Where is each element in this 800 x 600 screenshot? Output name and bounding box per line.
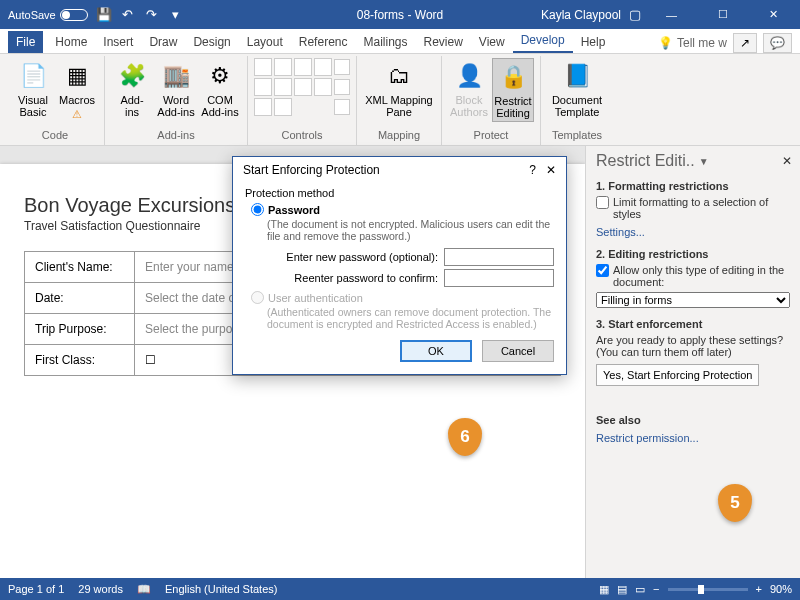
zoom-slider[interactable] — [668, 588, 748, 591]
qat-more-icon[interactable]: ▾ — [168, 7, 184, 23]
pane-title: Restrict Editi.. ▼ — [596, 152, 790, 170]
autosave-toggle[interactable]: AutoSave — [8, 9, 88, 21]
settings-link[interactable]: Settings... — [596, 226, 790, 238]
macros-button[interactable]: ▦Macros⚠ — [56, 58, 98, 123]
zoom-out-button[interactable]: − — [653, 583, 659, 595]
group-protect: 👤Block Authors 🔒Restrict Editing Protect — [442, 56, 541, 145]
tab-home[interactable]: Home — [47, 31, 95, 53]
document-template-button[interactable]: 📘Document Template — [547, 58, 607, 120]
word-addins-icon: 🏬 — [160, 60, 192, 92]
password-radio[interactable]: Password — [251, 203, 554, 216]
comments-button[interactable]: 💬 — [763, 33, 792, 53]
formatting-restrictions-heading: 1. Formatting restrictions — [596, 180, 790, 192]
ribbon-tabs: File Home Insert Draw Design Layout Refe… — [0, 29, 800, 54]
share-button[interactable]: ↗ — [733, 33, 757, 53]
limit-formatting-checkbox[interactable]: Limit formatting to a selection of style… — [596, 196, 790, 220]
group-controls: Controls — [248, 56, 357, 145]
editing-restrictions-heading: 2. Editing restrictions — [596, 248, 790, 260]
protection-method-label: Protection method — [245, 187, 554, 199]
read-mode-icon[interactable]: ▦ — [599, 583, 609, 596]
start-enforcement-heading: 3. Start enforcement — [596, 318, 790, 330]
com-addins-icon: ⚙ — [204, 60, 236, 92]
status-bar: Page 1 of 1 29 words 📖 English (United S… — [0, 578, 800, 600]
titlebar: AutoSave 💾 ↶ ↷ ▾ 08-forms - Word Kayla C… — [0, 0, 800, 29]
proofing-icon[interactable]: 📖 — [137, 583, 151, 596]
tab-mailings[interactable]: Mailings — [355, 31, 415, 53]
dialog-help-button[interactable]: ? — [529, 163, 536, 177]
word-addins-button[interactable]: 🏬Word Add-ins — [155, 58, 197, 120]
window-title: 08-forms - Word — [357, 8, 443, 22]
dialog-titlebar[interactable]: Start Enforcing Protection ? ✕ — [233, 157, 566, 183]
group-templates: 📘Document Template Templates — [541, 56, 613, 145]
toggle-off-icon — [60, 9, 88, 21]
cancel-button[interactable]: Cancel — [482, 340, 554, 362]
tab-view[interactable]: View — [471, 31, 513, 53]
new-password-input[interactable] — [444, 248, 554, 266]
document-template-icon: 📘 — [561, 60, 593, 92]
editing-type-select[interactable]: Filling in forms — [596, 292, 790, 308]
enforcement-question: Are you ready to apply these settings? (… — [596, 334, 790, 358]
see-also-heading: See also — [596, 414, 790, 426]
redo-icon[interactable]: ↷ — [144, 7, 160, 23]
dialog-close-button[interactable]: ✕ — [546, 163, 556, 177]
addins-button[interactable]: 🧩Add- ins — [111, 58, 153, 120]
restrict-editing-button[interactable]: 🔒Restrict Editing — [492, 58, 534, 122]
tab-insert[interactable]: Insert — [95, 31, 141, 53]
user-auth-radio: User authentication — [251, 291, 554, 304]
maximize-button[interactable]: ☐ — [700, 0, 745, 29]
tab-file[interactable]: File — [8, 31, 43, 53]
tab-help[interactable]: Help — [573, 31, 614, 53]
word-count[interactable]: 29 words — [78, 583, 123, 595]
com-addins-button[interactable]: ⚙COM Add-ins — [199, 58, 241, 120]
web-layout-icon[interactable]: ▭ — [635, 583, 645, 596]
xml-mapping-button[interactable]: 🗂XML Mapping Pane — [363, 58, 435, 120]
group-mapping: 🗂XML Mapping Pane Mapping — [357, 56, 442, 145]
tab-references[interactable]: Referenc — [291, 31, 356, 53]
addins-icon: 🧩 — [116, 60, 148, 92]
allow-editing-checkbox[interactable]: Allow only this type of editing in the d… — [596, 264, 790, 288]
group-code: 📄Visual Basic ▦Macros⚠ Code — [6, 56, 105, 145]
tab-design[interactable]: Design — [185, 31, 238, 53]
ribbon-options-icon[interactable]: ▢ — [627, 7, 643, 23]
tab-developer[interactable]: Develop — [513, 29, 573, 53]
group-button[interactable] — [334, 98, 350, 116]
tab-draw[interactable]: Draw — [141, 31, 185, 53]
properties-button[interactable] — [334, 78, 350, 96]
ok-button[interactable]: OK — [400, 340, 472, 362]
group-addins: 🧩Add- ins 🏬Word Add-ins ⚙COM Add-ins Add… — [105, 56, 248, 145]
ribbon: 📄Visual Basic ▦Macros⚠ Code 🧩Add- ins 🏬W… — [0, 54, 800, 146]
tell-me-search[interactable]: 💡 Tell me w — [658, 36, 727, 50]
zoom-in-button[interactable]: + — [756, 583, 762, 595]
pane-close-button[interactable]: ✕ — [782, 154, 792, 168]
macros-icon: ▦ — [61, 60, 93, 92]
password-hint: (The document is not encrypted. Maliciou… — [267, 218, 554, 242]
zoom-level[interactable]: 90% — [770, 583, 792, 595]
print-layout-icon[interactable]: ▤ — [617, 583, 627, 596]
restrict-editing-icon: 🔒 — [497, 61, 529, 93]
tab-review[interactable]: Review — [416, 31, 471, 53]
page-status[interactable]: Page 1 of 1 — [8, 583, 64, 595]
user-auth-hint: (Authenticated owners can remove documen… — [267, 306, 554, 330]
restrict-editing-pane: Restrict Editi.. ▼ ✕ 1. Formatting restr… — [585, 146, 800, 578]
design-mode-button[interactable] — [334, 58, 350, 76]
user-name[interactable]: Kayla Claypool — [541, 8, 621, 22]
save-icon[interactable]: 💾 — [96, 7, 112, 23]
visual-basic-button[interactable]: 📄Visual Basic — [12, 58, 54, 120]
controls-gallery[interactable] — [254, 58, 332, 116]
xml-mapping-icon: 🗂 — [383, 60, 415, 92]
language-status[interactable]: English (United States) — [165, 583, 278, 595]
undo-icon[interactable]: ↶ — [120, 7, 136, 23]
visual-basic-icon: 📄 — [17, 60, 49, 92]
minimize-button[interactable]: — — [649, 0, 694, 29]
close-button[interactable]: ✕ — [751, 0, 796, 29]
confirm-password-input[interactable] — [444, 269, 554, 287]
tab-layout[interactable]: Layout — [239, 31, 291, 53]
block-authors-icon: 👤 — [453, 60, 485, 92]
start-enforcing-button[interactable]: Yes, Start Enforcing Protection — [596, 364, 759, 386]
block-authors-button[interactable]: 👤Block Authors — [448, 58, 490, 120]
restrict-permission-link[interactable]: Restrict permission... — [596, 432, 790, 444]
start-enforcing-dialog: Start Enforcing Protection ? ✕ Protectio… — [232, 156, 567, 375]
